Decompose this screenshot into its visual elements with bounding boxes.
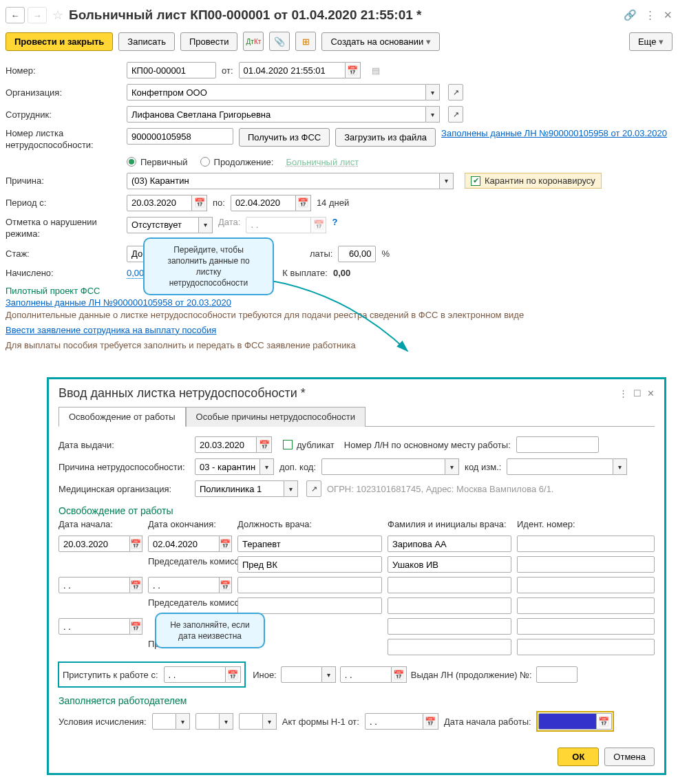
pct-label: % bbox=[381, 248, 390, 259]
dt-kt-icon[interactable]: ДтКт bbox=[243, 32, 264, 51]
load-file-button[interactable]: Загрузить из файла bbox=[335, 128, 436, 147]
desc-2: Для выплаты пособия требуется заполнить … bbox=[6, 338, 672, 352]
stazh-label: Стаж: bbox=[6, 248, 121, 259]
covid-highlight: Карантин по коронавирусу bbox=[465, 173, 602, 189]
period-from-input[interactable] bbox=[127, 195, 192, 211]
dropdown-icon[interactable]: ▾ bbox=[440, 173, 454, 189]
primary-radio[interactable]: Первичный bbox=[127, 157, 188, 167]
favorite-star-icon[interactable]: ☆ bbox=[52, 8, 63, 23]
create-based-on-button[interactable]: Создать на основании bbox=[321, 32, 440, 51]
dropdown-icon[interactable]: ▾ bbox=[426, 84, 440, 100]
continuation-radio[interactable]: Продолжение: bbox=[200, 157, 274, 167]
structure-icon[interactable]: ⊞ bbox=[295, 32, 316, 51]
forward-button[interactable]: → bbox=[28, 7, 47, 23]
window-title: Больничный лист КП00-000001 от 01.04.202… bbox=[69, 8, 621, 23]
accrued-link[interactable]: 0,00 bbox=[127, 268, 144, 279]
from-label: от: bbox=[222, 65, 233, 76]
attachment-icon[interactable]: 📎 bbox=[269, 32, 290, 51]
violation-input[interactable] bbox=[127, 217, 199, 233]
period-from-label: Период с: bbox=[6, 198, 121, 208]
kebab-menu-icon[interactable]: ⋮ bbox=[645, 9, 655, 21]
get-fss-button[interactable]: Получить из ФСС bbox=[239, 128, 330, 147]
open-icon[interactable]: ↗ bbox=[448, 84, 463, 100]
pilot-section-title: Пилотный проект ФСС bbox=[6, 282, 672, 297]
topay-value: 0,00 bbox=[333, 268, 350, 278]
covid-checkbox[interactable] bbox=[471, 176, 480, 186]
sheet-no-label: Номер листка нетрудоспособности: bbox=[6, 128, 121, 151]
number-label: Номер: bbox=[6, 65, 121, 76]
calendar-icon[interactable]: 📅 bbox=[296, 195, 311, 211]
desc-1: Дополнительные данные о листке нетрудосп… bbox=[6, 308, 672, 322]
sheet-no-input[interactable] bbox=[127, 128, 233, 145]
employee-label: Сотрудник: bbox=[6, 109, 121, 120]
topay-label: К выплате: bbox=[282, 268, 328, 278]
link-icon[interactable]: 🔗 bbox=[624, 9, 637, 21]
doc-icon[interactable]: ▤ bbox=[372, 65, 380, 76]
application-link[interactable]: Ввести заявление сотрудника на выплату п… bbox=[6, 325, 216, 335]
dropdown-icon[interactable]: ▾ bbox=[199, 217, 213, 233]
period-to-input[interactable] bbox=[231, 195, 296, 211]
period-to-label: по: bbox=[213, 198, 225, 208]
filled-data-link[interactable]: Заполнены данные ЛН №900000105958 от 20.… bbox=[441, 128, 667, 138]
sick-leave-link: Больничный лист bbox=[286, 157, 359, 167]
rate-input[interactable] bbox=[338, 246, 376, 262]
dropdown-icon[interactable]: ▾ bbox=[426, 106, 440, 123]
rate-label: латы: bbox=[310, 248, 332, 259]
number-input[interactable] bbox=[127, 62, 216, 78]
close-icon[interactable]: ✕ bbox=[664, 9, 672, 21]
help-icon[interactable]: ? bbox=[332, 217, 337, 227]
calendar-icon[interactable]: 📅 bbox=[192, 195, 207, 211]
org-input[interactable] bbox=[127, 84, 426, 100]
save-button[interactable]: Записать bbox=[118, 32, 175, 51]
callout-fill-data: Перейдите, чтобы заполнить данные по лис… bbox=[143, 237, 274, 296]
filled-data-link-2[interactable]: Заполнены данные ЛН №900000105958 от 20.… bbox=[6, 297, 231, 308]
post-button[interactable]: Провести bbox=[180, 32, 238, 51]
back-button[interactable]: ← bbox=[6, 7, 25, 23]
days-text: 14 дней bbox=[317, 198, 349, 208]
violation-label: Отметка о нарушении режима: bbox=[6, 217, 121, 240]
calendar-icon[interactable]: 📅 bbox=[346, 62, 361, 78]
reason-label: Причина: bbox=[6, 176, 121, 186]
open-icon[interactable]: ↗ bbox=[448, 106, 463, 123]
employee-input[interactable] bbox=[127, 106, 426, 123]
viol-date-input bbox=[246, 217, 311, 233]
more-button[interactable]: Еще bbox=[629, 32, 672, 51]
post-and-close-button[interactable]: Провести и закрыть bbox=[6, 32, 113, 51]
calendar-icon: 📅 bbox=[311, 217, 326, 233]
date-input[interactable] bbox=[239, 62, 346, 78]
org-label: Организация: bbox=[6, 87, 121, 98]
reason-input[interactable] bbox=[127, 173, 440, 189]
viol-date-label: Дата: bbox=[218, 217, 240, 227]
accrued-label: Начислено: bbox=[6, 268, 121, 278]
